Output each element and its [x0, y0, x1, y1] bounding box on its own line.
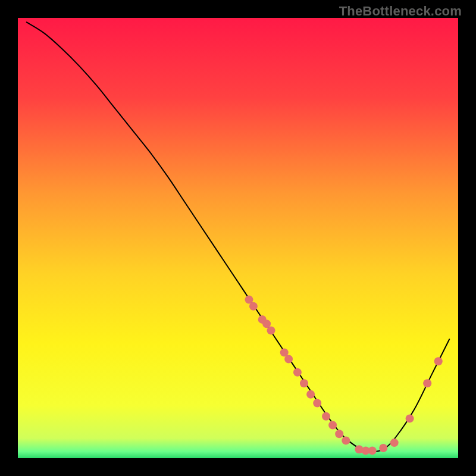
curve-marker [390, 439, 399, 447]
watermark-label: TheBottleneck.com [339, 4, 462, 19]
curve-marker [300, 379, 308, 387]
plot-background [18, 18, 458, 458]
curve-marker [267, 326, 275, 334]
curve-marker [335, 430, 343, 438]
curve-marker [368, 446, 377, 455]
curve-marker [293, 368, 302, 377]
curve-marker [313, 399, 321, 408]
curve-marker [328, 421, 337, 430]
chart-svg [0, 0, 476, 476]
curve-marker [379, 444, 387, 452]
curve-marker [284, 355, 293, 364]
curve-marker [434, 357, 443, 365]
curve-marker [342, 436, 350, 444]
curve-marker [406, 414, 414, 422]
chart-container: TheBottleneck.com [0, 0, 476, 476]
curve-marker [306, 390, 315, 399]
curve-marker [249, 302, 258, 311]
curve-marker [322, 412, 330, 421]
curve-marker [423, 379, 431, 387]
